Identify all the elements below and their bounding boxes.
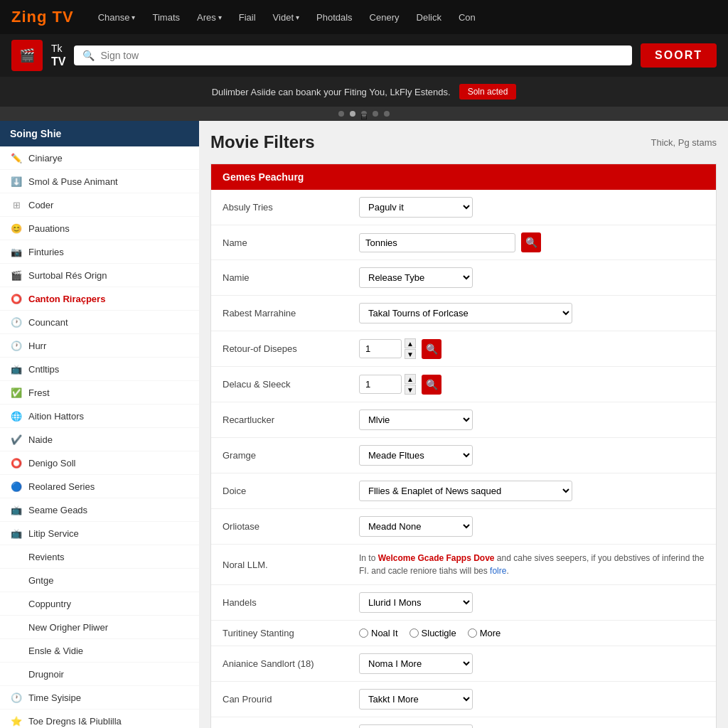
radio-more[interactable]: More [468,628,501,638]
nav-videt[interactable]: Videt▾ [266,8,306,27]
nav-chanse[interactable]: Chanse▾ [91,8,143,27]
nav-photdals[interactable]: Photdals [309,8,360,27]
sidebar-item-naide[interactable]: ✔️ Naide [0,428,199,451]
filter-control-namie: Release Tybe [359,267,705,288]
nav-cenery[interactable]: Cenery [363,8,407,27]
filter-control-doice: Fllies & Enaplet of News saqued [359,481,705,501]
filter-control-turitiney: Noal It Sluctigle More [359,628,705,638]
filter-row-rabest: Rabest Marrahine Takal Tourns of Forlcas… [211,296,716,331]
site-logo[interactable]: Zing TV [11,8,74,26]
radio-input-noal[interactable] [359,628,368,638]
sidebar-item-revients[interactable]: Revients [0,545,199,569]
filter-select-recart[interactable]: Mlvie [359,410,473,430]
filter-panel-header: Gemes Peachurg [211,164,716,190]
sidebar: Soing Shie ✏️ Ciniarye ⬇️ Smol & Puse An… [0,121,199,728]
filter-select-can[interactable]: Takkt I More [359,689,473,710]
sidebar-item-frest[interactable]: ✅ Frest [0,381,199,405]
retour-btn[interactable]: 🔍 [422,339,441,359]
grid-icon: ⊞ [10,198,23,211]
carousel-dot[interactable]: □ [361,111,367,117]
spinner-up-delacu[interactable]: ▲ [405,374,416,384]
pencil-icon: ✏️ [10,151,23,164]
note-text-noral: In to Welcome Gcade Fapps Dove and cahe … [359,552,705,577]
filter-label-delacu: Delacu & Sleeck [223,379,350,390]
filter-name-btn[interactable]: 🔍 [521,232,541,252]
spinner-down-delacu[interactable]: ▼ [405,385,416,395]
sidebar-item-drugnoir[interactable]: Drugnoir [0,663,199,686]
filter-select-anianice[interactable]: Noma I More [359,653,473,674]
sidebar-item-time-syisipe[interactable]: 🕐 Time Syisipe [0,686,199,710]
filter-select-absuly[interactable]: Pagulv it [359,197,473,218]
sidebar-item-gntge[interactable]: Gntge [0,569,199,592]
logo-icon: 🎬 [19,48,35,63]
number-input-delacu[interactable] [359,375,402,394]
carousel-dot[interactable] [350,111,355,117]
nav-delick[interactable]: Delick [410,8,449,27]
top-nav: Zing TV Chanse▾ Timats Ares▾ Fiail Videt… [0,0,728,34]
sidebar-item-aition[interactable]: 🌐 Aition Hattors [0,405,199,428]
sidebar-item-reolared[interactable]: 🔵 Reolared Series [0,475,199,498]
sidebar-item-new-origher[interactable]: New Origher Pliwer [0,616,199,639]
sidebar-item-pauations[interactable]: 😊 Pauations [0,217,199,240]
sidebar-item-coppuntry[interactable]: Coppuntry [0,592,199,616]
filter-input-name[interactable] [359,233,515,252]
note-link[interactable]: folre [490,566,506,576]
dot-icon: 🔵 [10,480,23,493]
sidebar-item-seame[interactable]: 📺 Seame Geads [0,498,199,522]
sidebar-item-surtobal[interactable]: 🎬 Surtobal Rés Orign [0,264,199,287]
filter-select-rabest[interactable]: Takal Tourns of Forlcase [359,303,572,323]
film-icon: 🎬 [10,269,23,282]
filter-control-anianice: Noma I More [359,653,705,674]
filter-control-rabest: Takal Tourns of Forlcase [359,303,705,323]
nav-con[interactable]: Con [451,8,483,27]
radio-input-sluctigle[interactable] [410,628,419,638]
filter-label-handels: Handels [223,597,350,608]
sidebar-item-ensle[interactable]: Ensle & Vidie [0,639,199,663]
nav-timats[interactable]: Timats [145,8,187,27]
page-title: Movie Filters [210,132,315,152]
sidebar-item-ciniarye[interactable]: ✏️ Ciniarye [0,146,199,170]
carousel-dots: □ [0,107,728,121]
search-button[interactable]: SOORT [641,43,717,68]
filter-label-orlio: Orliotase [223,521,350,532]
filter-row-namie: Namie Release Tybe [211,260,716,296]
face-icon: 😊 [10,222,23,235]
sidebar-item-denigo[interactable]: ⭕ Denigo Soll [0,451,199,475]
filter-select-doice[interactable]: Fllies & Enaplet of News saqued [359,481,572,501]
sidebar-item-smol[interactable]: ⬇️ Smol & Puse Animant [0,170,199,193]
filter-select-gramge[interactable]: Meade Fltues [359,445,473,466]
filter-row-doice: Doice Fllies & Enaplet of News saqued [211,473,716,509]
carousel-dot[interactable] [384,111,390,117]
sidebar-item-finturies[interactable]: 📷 Finturies [0,240,199,264]
spinner-up-retour[interactable]: ▲ [405,338,416,348]
filter-control-recart: Mlvie [359,410,705,430]
filter-select-namie[interactable]: Release Tybe [359,267,473,288]
filter-select-orlio[interactable]: Meadd None [359,516,473,537]
filter-row-noral: Noral LLM. In to Welcome Gcade Fapps Dov… [211,545,716,585]
sidebar-item-cntltips[interactable]: 📺 Cntltips [0,358,199,381]
number-input-retour[interactable] [359,339,402,358]
carousel-dot[interactable] [373,111,378,117]
filter-row-recart: Recartlucker Mlvie [211,402,716,438]
sidebar-item-coder[interactable]: ⊞ Coder [0,193,199,217]
carousel-dot[interactable] [338,111,344,117]
radio-noal[interactable]: Noal It [359,628,398,638]
sidebar-item-councant[interactable]: 🕐 Councant [0,311,199,334]
circle-icon: ⭕ [10,292,23,305]
nav-ares[interactable]: Ares▾ [190,8,229,27]
delacu-btn[interactable]: 🔍 [422,375,441,395]
banner-action-button[interactable]: Soln acted [459,84,517,100]
search-input[interactable] [100,50,623,61]
sidebar-item-hurr[interactable]: 🕐 Hurr [0,334,199,358]
filter-select-dendere[interactable]: Julrid I Mora [359,724,473,728]
filter-row-dendere: Dendere Julrid I Mora [211,717,716,728]
radio-input-more[interactable] [468,628,477,638]
sidebar-item-toe-dregns[interactable]: ⭐ Toe Dregns I& Piublilla [0,710,199,728]
nav-fiail[interactable]: Fiail [232,8,263,27]
spinner-down-retour[interactable]: ▼ [405,349,416,359]
sidebar-item-litip[interactable]: 📺 Litip Service [0,522,199,545]
sidebar-item-canton[interactable]: ⭕ Canton Riraçpers [0,287,199,311]
empty6-icon [10,668,23,680]
radio-sluctigle[interactable]: Sluctigle [410,628,456,638]
filter-select-handels[interactable]: Llurid I Mons [359,592,473,613]
